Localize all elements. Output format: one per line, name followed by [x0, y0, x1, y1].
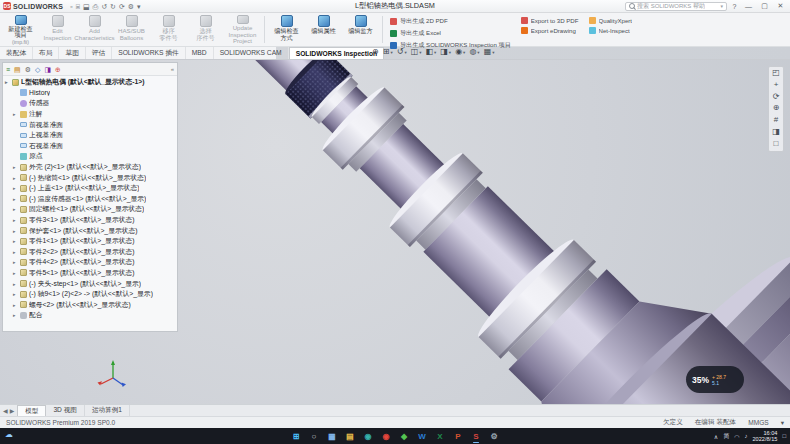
zoom-area-icon[interactable]: ⊞▾ [383, 48, 393, 56]
volume-icon[interactable]: ♪ [744, 433, 747, 439]
tab-inspection[interactable]: ⊕ [55, 66, 61, 73]
minimize-button[interactable]: — [742, 3, 755, 10]
solidworks-icon[interactable]: S [470, 430, 482, 442]
help-button[interactable]: ? [730, 3, 739, 10]
tree-item[interactable]: ▸注解 [3, 109, 177, 120]
ribbon-button-update-inspection-project[interactable]: Update Inspection Project [224, 14, 261, 45]
measure-icon[interactable]: # [770, 116, 782, 125]
ribbon-button-edit-properties[interactable]: 编辑属性 [305, 14, 342, 45]
ribbon-tab[interactable]: SOLIDWORKS Inspection [289, 47, 384, 59]
expander-icon[interactable]: ▸ [13, 270, 18, 276]
ribbon-button-new-inspection-project[interactable]: 新建检查 项目(imp.fii) [2, 14, 39, 45]
display-settings-icon[interactable]: ◨ [770, 128, 782, 137]
file-explorer-icon[interactable]: ▤ [344, 430, 356, 442]
expander-icon[interactable]: ▸ [13, 312, 18, 318]
expander-icon[interactable]: ▸ [13, 281, 18, 287]
tab-configurationmanager[interactable]: ⚙ [25, 66, 31, 73]
expander-icon[interactable]: ▸ [13, 238, 18, 244]
zoom-fit-icon[interactable]: ⊕ [372, 48, 379, 56]
notification-icon[interactable]: □ [782, 433, 786, 439]
tree-item[interactable]: ▸右视基准面 [3, 141, 177, 152]
settings-icon[interactable]: ⚙ [488, 430, 500, 442]
network-icon[interactable]: ◠ [734, 433, 739, 440]
excel-icon[interactable]: X [434, 430, 446, 442]
tree-item[interactable]: ▸固定螺栓<1> (默认<<默认>_显示状态) [3, 204, 177, 215]
view-orientation-icon[interactable]: ◧▾ [425, 48, 436, 56]
tree-item[interactable]: ▸L型铝轴热电偶 (默认<默认_显示状态-1>) [3, 77, 177, 88]
options-icon[interactable]: ⚙ [128, 3, 134, 10]
expander-icon[interactable]: ▸ [13, 185, 18, 191]
expander-icon[interactable]: ▸ [13, 196, 18, 202]
maximize-button[interactable]: ▢ [758, 2, 771, 10]
export-item-export-2d-pdf[interactable]: 导出生成 2D PDF [390, 17, 511, 26]
ribbon-tab[interactable]: 评估 [86, 47, 112, 59]
ribbon-button-has-sub-balloons[interactable]: HAS/SUB Balloons [113, 14, 150, 45]
ribbon-tab[interactable]: SOLIDWORKS CAM [214, 47, 289, 59]
model-tab[interactable]: 3D 视图 [46, 405, 84, 416]
expander-icon[interactable]: ▸ [13, 291, 18, 297]
expander-icon[interactable]: ▸ [13, 164, 18, 170]
tab-propertymanager[interactable]: ▤ [14, 66, 21, 73]
open-file-icon[interactable]: ⌸ [76, 3, 80, 10]
search-icon[interactable]: ○ [308, 430, 320, 442]
word-icon[interactable]: W [416, 430, 428, 442]
tree-item[interactable]: ▸外壳 (2)<1> (默认<<默认>_显示状态) [3, 162, 177, 173]
ribbon-button-edit-inspection[interactable]: Edit Inspection [39, 14, 76, 45]
tree-item[interactable]: ▸传感器 [3, 98, 177, 109]
expander-icon[interactable]: ▸ [13, 111, 18, 117]
fullscreen-icon[interactable]: □ [770, 140, 782, 149]
export-item-net-inspect[interactable]: Net-Inspect [589, 27, 633, 34]
model-tab[interactable]: 运动算例1 [85, 405, 130, 416]
edge-icon[interactable]: ◉ [362, 430, 374, 442]
expander-icon[interactable]: ▸ [13, 259, 18, 265]
chrome-icon[interactable]: ◉ [380, 430, 392, 442]
export-item-export-excel[interactable]: 导出生成 Excel [390, 29, 511, 38]
tree-item[interactable]: ▸螺母<2> (默认<<默认>_显示状态) [3, 299, 177, 310]
panel-collapse-button[interactable]: « [171, 66, 174, 72]
tree-item[interactable]: ▸零件2<2> (默认<<默认>_显示状态) [3, 247, 177, 258]
tab-featuremanager[interactable]: ≡ [6, 66, 10, 73]
edit-appearance-icon[interactable]: ◍▾ [469, 48, 479, 56]
tree-item[interactable]: ▸(-) 上盖<1> (默认<<默认>_显示状态) [3, 183, 177, 194]
tree-item[interactable]: ▸零件5<1> (默认<<默认>_显示状态) [3, 268, 177, 279]
rebuild-icon[interactable]: ⟳ [119, 3, 125, 10]
ime-indicator[interactable]: 简 [723, 432, 729, 441]
tree-item[interactable]: ▸前视基准面 [3, 119, 177, 130]
hide-show-items-icon[interactable]: ◉▾ [455, 48, 465, 56]
apply-scene-icon[interactable]: ▦▾ [484, 48, 495, 56]
expander-icon[interactable]: ▸ [13, 249, 18, 255]
model-tab[interactable]: 模型 [17, 405, 46, 416]
ribbon-button-edit-inspection-method[interactable]: 编辑检查 方式 [268, 14, 305, 45]
expander-icon[interactable]: ▸ [13, 217, 18, 223]
expander-icon[interactable]: ▸ [13, 206, 18, 212]
tree-item[interactable]: ▸(-) 轴9<1> (2)<2> -> (默认<<默认>_显示) [3, 289, 177, 300]
tree-item[interactable]: ▸零件3<1> (默认<<默认>_显示状态) [3, 215, 177, 226]
tree-item[interactable]: ▸零件4<2> (默认<<默认>_显示状态) [3, 257, 177, 268]
model-tab-scroll-icon[interactable]: ▶ [10, 407, 15, 414]
start-icon[interactable]: ⊞ [290, 430, 302, 442]
ribbon-button-renumber-balloons[interactable]: 移序 零件号 [150, 14, 187, 45]
tree-item[interactable]: ▸上视基准面 [3, 130, 177, 141]
undo-icon[interactable]: ↺ [101, 3, 107, 10]
tab-dimxpertmanager[interactable]: ◇ [35, 66, 40, 73]
model-tab-scroll-icon[interactable]: ◀ [3, 407, 8, 414]
save-file-icon[interactable]: ⬓ [83, 3, 90, 10]
display-style-icon[interactable]: ◨▾ [440, 48, 451, 56]
powerpoint-icon[interactable]: P [452, 430, 464, 442]
tree-item[interactable]: ▸配合 [3, 310, 177, 321]
task-view-icon[interactable]: ▦ [326, 430, 338, 442]
close-button[interactable]: ✕ [774, 2, 787, 10]
expander-icon[interactable]: ▸ [13, 228, 18, 234]
taskbar-clock[interactable]: 16:04 2022/8/15 [752, 430, 777, 443]
section-view-icon[interactable]: ◫▾ [411, 48, 422, 56]
help-search-input[interactable]: 搜索 SOLIDWORKS 帮助 ▾ [625, 2, 727, 11]
tree-item[interactable]: ▸零件1<1> (默认<<默认>_显示状态) [3, 236, 177, 247]
zoom-icon[interactable]: ⊕ [770, 104, 782, 113]
expander-icon[interactable]: ▸ [13, 302, 18, 308]
tree-item[interactable]: ▸History [3, 88, 177, 99]
print-icon[interactable]: ⎙ [93, 3, 99, 10]
ribbon-tab[interactable]: 草图 [59, 47, 85, 59]
export-item-export-3d-pdf[interactable]: Export to 3D PDF [521, 17, 579, 24]
expander-icon[interactable]: ▸ [5, 79, 10, 85]
new-file-icon[interactable]: ▫ [70, 3, 72, 10]
